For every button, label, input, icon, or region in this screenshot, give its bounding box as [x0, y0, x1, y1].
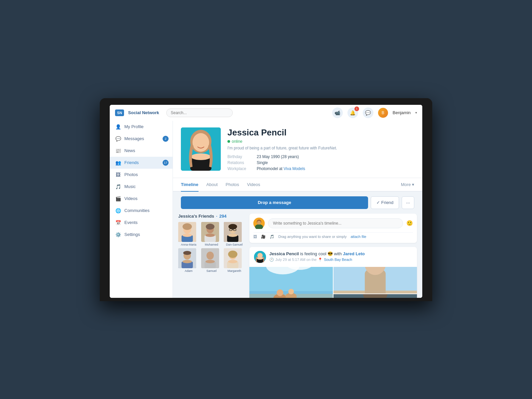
- friend-item[interactable]: Adam: [178, 248, 199, 273]
- friend-name-anna-maria: Anna-Maria: [178, 243, 199, 246]
- tab-videos[interactable]: Videos: [247, 178, 260, 192]
- communities-icon: 🌐: [115, 208, 121, 213]
- messages-icon[interactable]: 💬: [363, 107, 373, 118]
- post-author: Jessica Pencil: [269, 251, 299, 256]
- posts-column: 🙂 🖼 🎥 🎵 Drag anything you want to share …: [249, 214, 417, 298]
- post-tagged[interactable]: Jared Leto: [343, 251, 365, 256]
- tab-photos[interactable]: Photos: [226, 178, 239, 192]
- nav-icons: 📹 🔔 1 💬 B Benjamin ▾: [332, 107, 417, 118]
- profile-icon: 👤: [115, 124, 121, 129]
- drop-message-button[interactable]: Drop a message: [181, 196, 368, 209]
- sidebar-item-music[interactable]: 🎵 Music: [110, 181, 173, 193]
- friend-photo-muhamed: [201, 222, 219, 242]
- friend-item[interactable]: Anna-Maria: [178, 222, 199, 246]
- attach-file-link[interactable]: attach file: [350, 235, 366, 239]
- svg-point-40: [257, 221, 261, 225]
- post-main-image[interactable]: [249, 267, 333, 298]
- search-input[interactable]: [166, 108, 233, 117]
- friend-button[interactable]: ✓ Friend: [371, 196, 399, 209]
- svg-point-12: [206, 224, 214, 230]
- tab-more[interactable]: More ▾: [401, 182, 414, 187]
- friends-count-value: 294: [219, 214, 227, 219]
- status-label: online: [232, 139, 242, 144]
- friend-photo-margareth: [224, 248, 242, 268]
- svg-point-17: [228, 224, 237, 229]
- post-bottom-right-image[interactable]: +35 photos: [333, 294, 417, 298]
- post-time: 🕐 July 29 at 5:17 AM on the 📍 South Bay …: [269, 258, 412, 262]
- post-author-line: Jessica Pencil is feeling cool 😎 with Ja…: [269, 251, 412, 257]
- composer-actions: 🖼 🎥 🎵 Drag anything you want to share or…: [253, 232, 413, 239]
- user-dropdown-icon[interactable]: ▾: [415, 111, 417, 114]
- post-location[interactable]: South Bay Beach: [324, 258, 352, 262]
- notification-badge: 1: [354, 106, 359, 111]
- friend-item[interactable]: Dan-Samuel: [224, 222, 245, 246]
- profile-photo: [181, 127, 221, 171]
- clock-icon: 🕐: [269, 258, 274, 262]
- news-icon: 📰: [115, 148, 121, 153]
- sidebar-item-settings[interactable]: ⚙️ Settings: [110, 229, 173, 241]
- friend-name-samuel: Samuel: [201, 269, 222, 273]
- friend-photo-dan-samuel: [224, 222, 242, 242]
- svg-point-25: [183, 251, 191, 255]
- sidebar-label-news: News: [124, 148, 135, 153]
- svg-point-7: [183, 223, 192, 230]
- svg-point-34: [228, 251, 237, 258]
- more-options-button[interactable]: ···: [402, 196, 414, 209]
- sidebar-label-my-profile: My Profile: [124, 124, 144, 129]
- composer-top: 🙂: [253, 218, 413, 229]
- video-upload-icon[interactable]: 🎥: [261, 235, 266, 239]
- sidebar-item-photos[interactable]: 🖼 Photos: [110, 169, 173, 181]
- friend-item[interactable]: Samuel: [201, 248, 222, 273]
- svg-point-27: [183, 260, 192, 263]
- profile-info: Jessica Pencil online I'm proud of being…: [227, 127, 414, 171]
- svg-point-4: [191, 153, 211, 160]
- main-content: Jessica Pencil online I'm proud of being…: [173, 121, 422, 298]
- sidebar-item-communities[interactable]: 🌐 Communities: [110, 205, 173, 217]
- profile-name: Jessica Pencil: [227, 127, 414, 138]
- sidebar-item-news[interactable]: 📰 News: [110, 145, 173, 157]
- svg-point-9: [183, 234, 192, 237]
- tab-timeline[interactable]: Timeline: [181, 178, 199, 192]
- friends-panel: Jessica's Friends · 294: [178, 214, 245, 298]
- friend-name-muhamed: Muhamed: [201, 243, 222, 246]
- birthday-value: 23 May 1990 (28 years): [257, 154, 414, 159]
- photo-upload-icon[interactable]: 🖼: [253, 235, 257, 239]
- birthday-label: Birthday: [227, 154, 254, 159]
- svg-point-29: [206, 252, 214, 260]
- workplace-value: Photomodel at Viva Models: [257, 166, 414, 171]
- sidebar-label-videos: Videos: [124, 196, 138, 201]
- friends-grid: Anna-Maria: [178, 222, 245, 273]
- sidebar-label-photos: Photos: [124, 172, 138, 177]
- sidebar-item-messages[interactable]: 💬 Messages 2: [110, 133, 173, 145]
- profile-details: Birthday 23 May 1990 (28 years) Relation…: [227, 154, 414, 171]
- events-icon: 📅: [115, 220, 121, 225]
- profile-tabs: Timeline About Photos Videos More ▾: [173, 178, 422, 192]
- relations-label: Relations: [227, 160, 254, 165]
- user-avatar[interactable]: B: [378, 108, 388, 118]
- sidebar-item-events[interactable]: 📅 Events: [110, 217, 173, 229]
- sidebar-item-friends[interactable]: 👥 Friends 17: [110, 157, 173, 169]
- sidebar-item-videos[interactable]: 🎬 Videos: [110, 193, 173, 205]
- svg-point-19: [228, 234, 237, 237]
- workplace-link[interactable]: Viva Models: [284, 166, 305, 171]
- friend-item[interactable]: Muhamed: [201, 222, 222, 246]
- post-photos-count[interactable]: +35 photos: [333, 294, 417, 298]
- friend-item[interactable]: Margareth: [224, 248, 245, 273]
- notifications-icon[interactable]: 🔔 1: [347, 107, 358, 118]
- post-avatar: [254, 251, 266, 263]
- relations-value: Single: [257, 160, 414, 165]
- photos-icon: 🖼: [115, 172, 121, 177]
- svg-point-31: [205, 260, 215, 263]
- post-top-right-image[interactable]: iStock: [333, 267, 417, 294]
- sidebar-label-events: Events: [124, 220, 138, 225]
- composer-input[interactable]: [268, 218, 403, 228]
- video-call-icon[interactable]: 📹: [332, 107, 343, 118]
- friends-header: Jessica's Friends · 294: [178, 214, 245, 219]
- sidebar-item-my-profile[interactable]: 👤 My Profile: [110, 121, 173, 133]
- post-feeling: is feeling cool 😎 with: [300, 251, 342, 256]
- music-upload-icon[interactable]: 🎵: [270, 235, 274, 239]
- settings-icon: ⚙️: [115, 232, 121, 237]
- post-composer: 🙂 🖼 🎥 🎵 Drag anything you want to share …: [249, 214, 417, 243]
- emoji-icon[interactable]: 🙂: [406, 220, 413, 226]
- tab-about[interactable]: About: [206, 178, 218, 192]
